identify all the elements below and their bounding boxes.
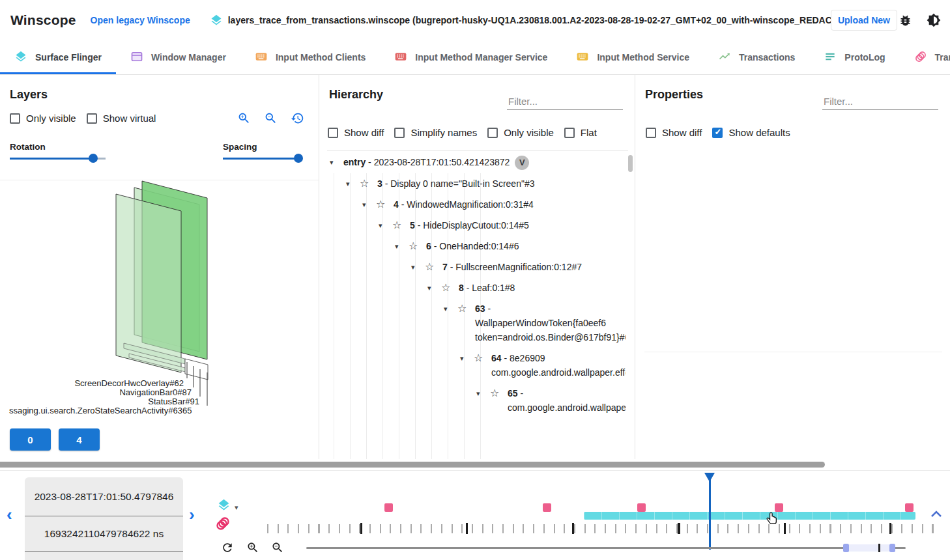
timeline-zoom-in-icon[interactable] [246, 541, 259, 557]
transition-marker[interactable] [637, 503, 646, 512]
simplify-names-checkbox[interactable]: Simplify names [394, 127, 477, 138]
pin-star-icon[interactable] [376, 197, 394, 212]
tree-row[interactable]: 7 - FullscreenMagnification:0:12#7 [409, 257, 626, 277]
only-visible-checkbox[interactable]: Only visible [10, 113, 76, 124]
pin-star-icon[interactable] [360, 176, 377, 191]
pin-star-icon[interactable] [425, 260, 442, 274]
transition-marker[interactable] [905, 503, 914, 512]
tab-protolog[interactable]: ProtoLog [809, 40, 899, 74]
tree-row[interactable]: 3 - Display 0 name="Built-in Screen"#3 [343, 173, 626, 194]
transition-marker[interactable] [384, 503, 393, 512]
hierarchy-filter-input[interactable] [507, 93, 623, 110]
spacing-slider[interactable] [223, 154, 303, 163]
tree-row[interactable]: 4 - WindowedMagnification:0:31#4 [360, 194, 626, 215]
timeline-zoom-out-icon[interactable] [271, 541, 284, 557]
tab-transactions[interactable]: Transactions [704, 40, 809, 74]
tree-row[interactable]: 65 - com.google.android.wallpaper.effect… [474, 383, 626, 418]
tree-row[interactable]: 6 - OneHanded:0:14#6 [392, 236, 626, 257]
pin-star-icon[interactable] [457, 301, 475, 316]
transition-marker[interactable] [543, 503, 551, 512]
tree-row[interactable]: 64 - 8e26909 com.google.android.wallpape… [457, 348, 626, 383]
list-lines-icon [824, 50, 837, 65]
collapse-caret-icon[interactable] [360, 197, 376, 212]
pin-star-icon[interactable] [409, 239, 426, 253]
zoom-in-icon[interactable] [237, 111, 251, 128]
loaded-trace-file: layers_trace_from_transactions.winscope … [210, 14, 831, 27]
restore-view-icon[interactable] [291, 111, 304, 128]
divider [327, 150, 628, 151]
collapse-caret-icon[interactable] [409, 260, 425, 274]
tree-row[interactable]: 5 - HideDisplayCutout:0:14#5 [376, 215, 626, 236]
minimap-left-handle[interactable] [843, 544, 849, 552]
tree-row-entry[interactable]: entry - 2023-08-28T17:01:50.421423872V [327, 152, 626, 173]
upload-new-button[interactable]: Upload New [831, 10, 897, 31]
horizontal-scrollbar[interactable] [0, 462, 825, 468]
layer-id-button-0[interactable]: 0 [10, 428, 51, 451]
pin-star-icon[interactable] [490, 386, 508, 400]
pin-star-icon[interactable] [392, 218, 410, 232]
transitions-trace-icon[interactable] [215, 516, 231, 534]
layers-icon [217, 498, 231, 514]
tab-input-method-manager-service[interactable]: Input Method Manager Service [380, 40, 562, 74]
collapse-caret-icon[interactable] [425, 281, 441, 295]
timestamp-ns-input[interactable]: 1693242110479784622 ns [25, 516, 183, 552]
active-trace-selector[interactable] [217, 498, 238, 514]
collapse-caret-icon[interactable] [441, 301, 457, 316]
main-content: Layers Only visible Show virtual Rotatio… [0, 75, 950, 459]
collapse-caret-icon[interactable] [457, 351, 474, 365]
dark-mode-toggle-icon[interactable] [927, 13, 941, 27]
bug-report-icon[interactable] [899, 14, 912, 27]
timeline-cursor-head[interactable] [704, 473, 715, 482]
tree-row[interactable]: 63 - WallpaperWindowToken{fa0eef6 token=… [441, 298, 626, 348]
timeline-minimap-track[interactable] [306, 547, 906, 549]
timeline-ruler-major-ticks [360, 523, 936, 534]
prev-entry-button[interactable] [7, 506, 12, 523]
collapse-caret-icon[interactable] [343, 176, 360, 191]
layers-panel: Layers Only visible Show virtual Rotatio… [0, 75, 319, 459]
mouse-hand-cursor [764, 511, 780, 529]
next-entry-button[interactable] [189, 506, 195, 523]
collapse-caret-icon[interactable] [376, 218, 392, 232]
tab-input-method-clients[interactable]: Input Method Clients [240, 40, 380, 74]
show-defaults-checkbox[interactable]: Show defaults [712, 127, 790, 138]
only-visible-checkbox[interactable]: Only visible [487, 127, 554, 138]
tab-transitions[interactable]: Transitions [900, 40, 950, 74]
tab-surface-flinger[interactable]: Surface Flinger [0, 40, 116, 74]
pin-star-icon[interactable] [441, 281, 459, 295]
show-virtual-checkbox[interactable]: Show virtual [87, 113, 156, 124]
collapse-caret-icon[interactable] [392, 239, 409, 253]
trace-coverage-bar[interactable] [584, 512, 915, 520]
layer-id-button-4[interactable]: 4 [59, 428, 100, 451]
collapse-caret-icon[interactable] [474, 386, 490, 400]
show-diff-checkbox[interactable]: Show diff [646, 127, 702, 138]
slider-thumb[interactable] [89, 154, 98, 163]
hierarchy-checkbox-row: Show diff Simplify names Only visible Fl… [328, 127, 597, 138]
minimap-right-handle[interactable] [889, 544, 895, 552]
open-legacy-link[interactable]: Open legacy Winscope [91, 15, 190, 25]
layer-rect-thin[interactable] [185, 359, 208, 380]
collapse-timeline-icon[interactable] [930, 509, 942, 520]
pin-star-icon[interactable] [474, 351, 491, 365]
checkbox-box [394, 128, 405, 138]
show-diff-checkbox[interactable]: Show diff [328, 127, 384, 138]
collapse-caret-icon[interactable] [327, 155, 343, 169]
properties-checkbox-row: Show diff Show defaults [646, 127, 790, 138]
slider-track [223, 158, 300, 160]
slider-thumb[interactable] [294, 154, 303, 163]
tree-node-text: 63 - WallpaperWindowToken{fa0eef6 token=… [475, 301, 599, 344]
timeline-cursor-line[interactable] [709, 473, 711, 550]
zoom-out-icon[interactable] [264, 111, 278, 128]
timestamp-human-input[interactable]: 2023-08-28T17:01:50.4797846 [25, 477, 183, 516]
layer-label: ssaging.ui.search.ZeroStateSearchActivit… [9, 406, 192, 415]
tab-window-manager[interactable]: Window Manager [116, 40, 240, 74]
tab-input-method-service[interactable]: Input Method Service [562, 40, 704, 74]
tree-row[interactable]: 8 - Leaf:0:1#8 [425, 277, 626, 298]
flat-checkbox[interactable]: Flat [564, 127, 597, 138]
rotation-slider[interactable] [10, 154, 106, 163]
minimap-selection-range[interactable] [849, 544, 889, 552]
hierarchy-scrollbar[interactable] [628, 155, 633, 172]
refresh-icon[interactable] [221, 541, 234, 557]
timeline-section: 2023-08-28T17:01:50.4797846 169324211047… [0, 459, 950, 560]
tree-node-text: 3 - Display 0 name="Built-in Screen"#3 [377, 176, 534, 191]
properties-filter-input[interactable] [822, 93, 938, 110]
